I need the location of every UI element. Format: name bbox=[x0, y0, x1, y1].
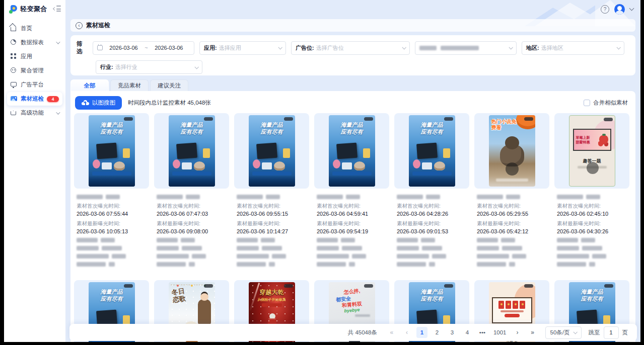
chevron-down-icon bbox=[194, 65, 198, 69]
page-size-select[interactable]: 50条/页 bbox=[545, 326, 582, 339]
ad-slot-select[interactable]: 广告位:选择广告位 bbox=[291, 41, 410, 55]
page-button-4[interactable]: 4 bbox=[462, 327, 473, 338]
sidebar-item-4[interactable]: 广告平台 bbox=[7, 78, 62, 92]
ad-source-badge bbox=[284, 117, 293, 121]
chevron-down-icon[interactable] bbox=[629, 6, 634, 11]
tab-2[interactable]: 建议关注 bbox=[150, 79, 188, 91]
page-button-2[interactable]: 2 bbox=[432, 327, 443, 338]
last-exposure-label: 素材最新曝光时间: bbox=[557, 220, 628, 227]
ad-source-badge bbox=[124, 284, 133, 288]
censored-field bbox=[237, 238, 308, 242]
merge-similar-toggle[interactable]: 合并相似素材 bbox=[584, 99, 631, 107]
region-select[interactable]: 地区:选择地区 bbox=[522, 41, 624, 55]
date-separator: ~ bbox=[145, 45, 148, 51]
censored-field bbox=[477, 238, 548, 242]
help-icon[interactable]: ? bbox=[601, 5, 609, 14]
last-exposure-label: 素材最新曝光时间: bbox=[397, 220, 468, 227]
date-range-picker[interactable]: 2026-03-06 ~ 2026-03-06 bbox=[93, 41, 194, 55]
censored-field bbox=[317, 246, 388, 250]
page-title: 素材巡检 bbox=[86, 21, 110, 30]
chevron-down-icon bbox=[278, 45, 282, 49]
material-card[interactable]: 海量产品应有尽有素材首次曝光时间:2026-03-06 09:55:15素材最新… bbox=[234, 113, 309, 270]
jump-suffix: 页 bbox=[622, 329, 628, 336]
banner-strip bbox=[92, 171, 131, 176]
censored-field bbox=[397, 238, 468, 242]
logo-text: 轻变聚合 bbox=[20, 5, 47, 14]
censored-field bbox=[157, 246, 228, 250]
app-select[interactable]: 应用:选择应用 bbox=[199, 41, 286, 55]
select-label: 广告位: bbox=[296, 44, 314, 52]
tab-0[interactable]: 全部 bbox=[70, 79, 109, 91]
sea-graphic bbox=[329, 176, 375, 187]
censored-field bbox=[397, 246, 468, 250]
cloud-upload-icon bbox=[82, 100, 89, 105]
material-card[interactable]: 海量产品应有尽有素材首次曝光时间:2026-03-06 04:59:41素材最新… bbox=[314, 113, 389, 270]
chevron-down-icon bbox=[402, 45, 406, 49]
last-exposure-time: 2026-03-06 09:08:00 bbox=[157, 228, 228, 234]
select-placeholder: 选择应用 bbox=[219, 44, 241, 52]
sidebar-item-label: 高级功能 bbox=[21, 109, 44, 117]
next-page-button[interactable]: › bbox=[512, 327, 523, 338]
date-end[interactable]: 2026-03-06 bbox=[155, 45, 183, 51]
aggregation-icon bbox=[11, 67, 16, 73]
censored-field bbox=[237, 262, 308, 267]
last-exposure-label: 素材最新曝光时间: bbox=[317, 220, 388, 227]
sea-graphic bbox=[169, 176, 215, 187]
collapse-sidebar-icon[interactable] bbox=[53, 6, 61, 13]
poster-title: 海量产品应有尽有 bbox=[89, 289, 135, 303]
select-placeholder: 选择广告位 bbox=[316, 44, 344, 52]
tab-1[interactable]: 竞品素材 bbox=[110, 79, 149, 91]
poster-title: 海量产品应有尽有 bbox=[409, 122, 455, 136]
material-poster: 海量产品应有尽有 bbox=[329, 115, 375, 187]
material-card[interactable]: 海量产品应有尽有素材首次曝光时间:2026-03-06 04:28:26素材最新… bbox=[394, 113, 469, 270]
apps-icon bbox=[11, 53, 16, 59]
total-count: 共 45048条 bbox=[348, 329, 377, 336]
page-button-1[interactable]: 1 bbox=[416, 327, 427, 338]
image-search-button[interactable]: 以图搜图 bbox=[75, 96, 122, 110]
logo-icon bbox=[9, 5, 18, 14]
sea-graphic bbox=[89, 176, 135, 187]
red-envelope-panel bbox=[492, 297, 532, 323]
last-exposure-label: 素材最新曝光时间: bbox=[237, 220, 308, 227]
filter-panel: 筛选 2026-03-06 ~ 2026-03-06 应用:选择应用广告位:选择… bbox=[70, 35, 635, 75]
sidebar-item-1[interactable]: 数据报表 bbox=[7, 36, 62, 49]
material-card[interactable]: 海量产品应有尽有素材首次曝光时间:2026-03-06 07:55:44素材最新… bbox=[74, 113, 149, 270]
back-icon[interactable]: ‹ bbox=[76, 22, 83, 29]
last-exposure-time: 2026-03-06 10:14:27 bbox=[237, 228, 308, 234]
ad-source-badge bbox=[204, 284, 213, 288]
industry-select[interactable]: 行业: 选择行业 bbox=[96, 60, 202, 74]
last-exposure-time: 2026-03-06 09:01:53 bbox=[397, 228, 468, 234]
material-thumbnail: 海量产品应有尽有 bbox=[154, 113, 229, 189]
avatar[interactable] bbox=[614, 4, 625, 15]
material-icon bbox=[11, 96, 17, 101]
censored-field bbox=[477, 246, 548, 250]
watermark-circle bbox=[506, 162, 519, 176]
sidebar-item-2[interactable]: 应用 bbox=[7, 50, 62, 63]
tv-graphic bbox=[336, 143, 357, 159]
jump-page-input[interactable] bbox=[604, 326, 619, 339]
page-button-1001[interactable]: 1001 bbox=[492, 327, 508, 338]
material-card[interactable]: 草莓上新甜蜜特惠趣答一题素材首次曝光时间:2026-03-06 02:45:10… bbox=[554, 113, 629, 270]
censored-field bbox=[77, 254, 148, 258]
material-poster: 热门小说免费看 bbox=[489, 115, 535, 187]
sidebar-item-0[interactable]: 首页 bbox=[7, 22, 62, 35]
last-page-button[interactable]: » bbox=[527, 327, 538, 338]
censored-field bbox=[557, 254, 628, 258]
date-start[interactable]: 2026-03-06 bbox=[109, 45, 137, 51]
sidebar-item-3[interactable]: 聚合管理 bbox=[7, 64, 62, 77]
ad-source-badge bbox=[364, 284, 373, 288]
first-page-button[interactable]: « bbox=[386, 327, 397, 338]
censored-select[interactable] bbox=[415, 41, 517, 55]
tv-graphic bbox=[416, 143, 438, 159]
material-poster: 海量产品应有尽有 bbox=[89, 115, 135, 187]
ad-source-badge bbox=[364, 117, 373, 121]
merge-checkbox[interactable] bbox=[584, 100, 590, 106]
sidebar-item-6[interactable]: 高级功能 bbox=[7, 106, 62, 120]
prev-page-button[interactable]: ‹ bbox=[401, 327, 412, 338]
censored-field bbox=[237, 246, 308, 250]
material-card[interactable]: 热门小说免费看素材首次曝光时间:2026-03-06 05:29:55素材最新曝… bbox=[474, 113, 549, 270]
page-button-3[interactable]: 3 bbox=[447, 327, 458, 338]
ad-source-badge bbox=[604, 118, 613, 121]
material-card[interactable]: 海量产品应有尽有素材首次曝光时间:2026-03-06 07:47:03素材最新… bbox=[154, 113, 229, 270]
sidebar-item-5[interactable]: 素材巡检4 bbox=[7, 92, 62, 106]
